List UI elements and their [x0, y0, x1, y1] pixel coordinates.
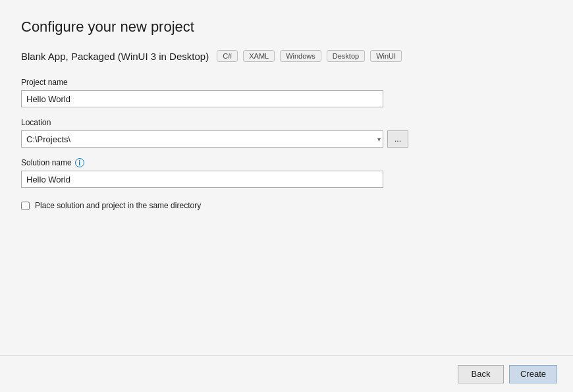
create-button[interactable]: Create — [509, 365, 557, 383]
location-input[interactable] — [21, 130, 383, 148]
tag-windows: Windows — [280, 50, 321, 62]
project-name-label: Project name — [21, 78, 552, 87]
location-row: ▾ ... — [21, 130, 552, 148]
project-type-name: Blank App, Packaged (WinUI 3 in Desktop) — [21, 51, 209, 62]
solution-name-group: Solution name i — [21, 158, 552, 188]
bottom-bar: Back Create — [0, 355, 573, 392]
page-title: Configure your new project — [21, 18, 552, 36]
browse-button[interactable]: ... — [387, 130, 408, 148]
project-name-group: Project name — [21, 78, 552, 107]
same-directory-row: Place solution and project in the same d… — [21, 201, 552, 210]
tag-csharp: C# — [217, 50, 238, 62]
project-name-input[interactable] — [21, 90, 383, 107]
solution-name-input[interactable] — [21, 171, 383, 188]
page-container: Configure your new project Blank App, Pa… — [0, 0, 573, 392]
location-input-wrapper: ▾ — [21, 130, 383, 148]
location-label: Location — [21, 118, 552, 127]
tag-desktop: Desktop — [327, 50, 365, 62]
tag-winui: WinUI — [370, 50, 402, 62]
solution-name-label: Solution name i — [21, 158, 552, 167]
location-group: Location ▾ ... — [21, 118, 552, 148]
project-type-row: Blank App, Packaged (WinUI 3 in Desktop)… — [21, 50, 552, 62]
solution-name-info-icon: i — [75, 158, 84, 167]
same-directory-checkbox[interactable] — [21, 202, 30, 210]
back-button[interactable]: Back — [458, 365, 504, 383]
same-directory-label[interactable]: Place solution and project in the same d… — [35, 201, 201, 210]
form-section: Project name Location ▾ ... Solution nam… — [21, 78, 552, 210]
tag-xaml: XAML — [243, 50, 275, 62]
